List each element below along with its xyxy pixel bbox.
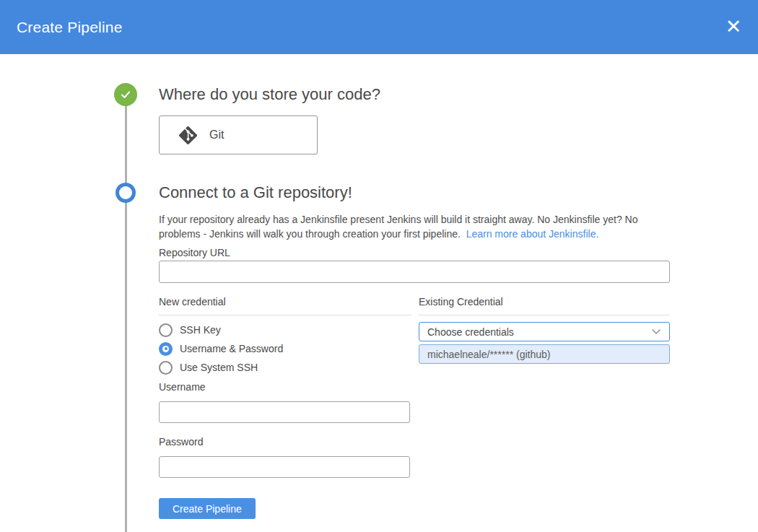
radio-ssh-key[interactable]: SSH Key [159,320,411,339]
close-icon[interactable]: ✕ [719,13,748,42]
repository-url-input[interactable] [159,261,670,283]
existing-credential-label: Existing Credential [419,296,670,315]
step2-active-icon [116,183,136,203]
credential-option-michaelneale[interactable]: michaelneale/****** (github) [419,344,670,364]
jenkinsfile-learn-more-link[interactable]: Learn more about Jenkinsfile. [466,228,599,240]
radio-button-icon[interactable] [159,342,173,356]
radio-label: Use System SSH [180,362,258,373]
step1-heading: Where do you store your code? [159,85,380,104]
password-field-block: Password [159,435,410,478]
choose-credentials-dropdown[interactable]: Choose credentials [419,322,670,341]
step2-description: If your repository already has a Jenkins… [159,212,674,242]
step2-heading: Connect to a Git repository! [159,183,352,202]
existing-credential-section: Existing Credential Choose credentials m… [419,296,670,377]
radio-use-system-ssh[interactable]: Use System SSH [159,358,411,377]
radio-label: Username & Password [180,343,283,354]
modal-header: Create Pipeline ✕ [0,0,758,54]
create-pipeline-button[interactable]: Create Pipeline [159,498,256,519]
step-connector-line [125,95,127,532]
page-title: Create Pipeline [17,19,123,36]
username-field-block: Username [159,380,410,423]
password-label: Password [159,436,203,448]
radio-button-icon[interactable] [159,323,173,337]
username-label: Username [159,381,206,393]
new-credential-label: New credential [159,296,411,315]
git-scm-button[interactable]: Git [159,115,318,154]
git-icon [179,126,197,144]
password-input[interactable] [159,456,410,478]
radio-username-password[interactable]: Username & Password [159,339,411,358]
new-credential-section: New credential SSH Key Username & Passwo… [159,296,411,377]
git-button-label: Git [209,128,224,141]
credential-columns: New credential SSH Key Username & Passwo… [159,296,670,377]
radio-button-icon[interactable] [159,361,173,375]
radio-label: SSH Key [180,324,221,336]
repository-url-label: Repository URL [159,247,230,258]
credential-type-radio-group: SSH Key Username & Password Use System S… [159,320,411,377]
dropdown-value: Choose credentials [427,326,514,338]
checkmark-icon [119,88,132,101]
chevron-down-icon [651,328,661,335]
username-input[interactable] [159,401,410,423]
step1-complete-icon [114,83,137,106]
